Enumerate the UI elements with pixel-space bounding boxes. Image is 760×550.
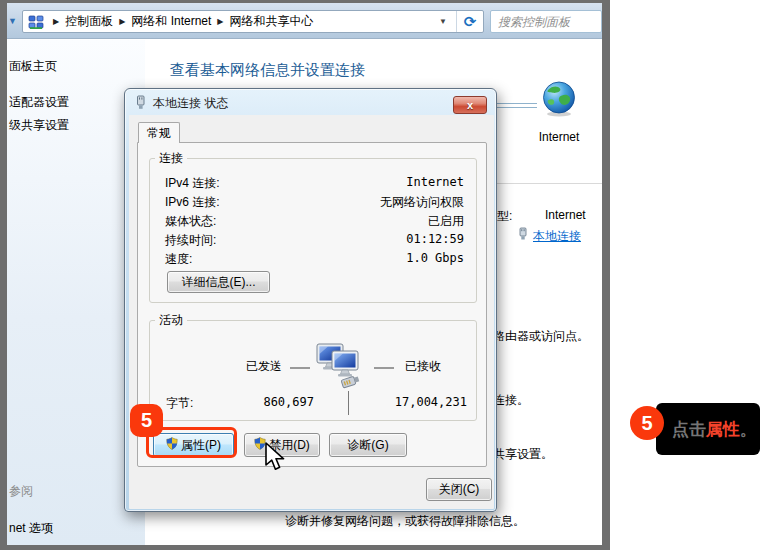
- internet-globe-icon: [540, 80, 578, 122]
- refresh-button[interactable]: ⟳: [456, 11, 483, 32]
- text-fragment-connect: 连接。: [493, 392, 529, 409]
- search-input[interactable]: [491, 11, 601, 32]
- dialog-close-button[interactable]: x: [453, 96, 487, 114]
- step-badge-on-button: 5: [130, 404, 163, 437]
- tab-general[interactable]: 常规: [138, 122, 180, 143]
- address-bar[interactable]: ▶ 控制面板 ▶ 网络和 Internet ▶ 网络和共享中心 ▼ ⟳: [22, 10, 484, 33]
- address-dropdown-icon[interactable]: ▼: [430, 17, 456, 26]
- ipv4-label: IPv4 连接:: [165, 175, 220, 192]
- breadcrumb-control-panel[interactable]: 控制面板: [65, 13, 113, 30]
- connection-group: 连接 IPv4 连接: Internet IPv6 连接: 无网络访问权限 媒体…: [149, 158, 477, 303]
- speed-label: 速度:: [165, 251, 192, 268]
- page: ▼ ▶ 控制面板 ▶ 网络和 Internet: [0, 0, 760, 550]
- page-title: 查看基本网络信息并设置连接: [170, 61, 365, 80]
- duration-value: 01:12:59: [406, 232, 464, 246]
- connection-group-label: 连接: [155, 151, 187, 165]
- received-label: 已接收: [405, 358, 441, 375]
- sidebar-see-also-heading: 参阅: [9, 483, 33, 500]
- sent-label: 已发送: [246, 358, 282, 375]
- ipv6-label: IPv6 连接:: [165, 194, 220, 211]
- connection-status-icon: [134, 95, 147, 114]
- annotation-callout: 点击属性。: [656, 403, 760, 455]
- media-state-value: 已启用: [428, 213, 464, 230]
- ipv6-value: 无网络访问权限: [380, 194, 464, 211]
- speed-value: 1.0 Gbps: [406, 251, 464, 265]
- text-fragment-troubleshoot: 诊断并修复网络问题，或获得故障排除信息。: [285, 513, 525, 530]
- details-button[interactable]: 详细信息(E)...: [167, 271, 270, 293]
- sidebar-item-internet-options[interactable]: net 选项: [9, 520, 53, 537]
- bytes-sent-value: 860,697: [230, 395, 314, 409]
- sidebar-item-control-panel-home[interactable]: 面板主页: [9, 58, 57, 75]
- media-state-label: 媒体状态:: [165, 213, 216, 230]
- dialog-title: 本地连接 状态: [153, 95, 228, 112]
- sidebar-item-advanced-sharing-settings[interactable]: 级共享设置: [9, 117, 69, 134]
- bytes-received-value: 17,004,231: [363, 395, 467, 409]
- local-area-connection-link[interactable]: 本地连接: [533, 228, 581, 245]
- bytes-divider: [348, 391, 349, 415]
- received-connector-line: [374, 367, 394, 369]
- network-places-icon: [28, 14, 44, 30]
- computers-activity-icon: [315, 343, 365, 393]
- annotation-text-highlight: 属性: [706, 418, 740, 441]
- breadcrumb-arrow-icon: ▶: [53, 17, 59, 26]
- breadcrumb-arrow-icon: ▶: [119, 17, 125, 26]
- bytes-label: 字节:: [166, 395, 193, 412]
- ipv4-value: Internet: [406, 175, 464, 189]
- activity-group: 活动 已发送: [149, 320, 477, 421]
- sidebar-item-change-adapter-settings[interactable]: 适配器设置: [9, 94, 69, 111]
- text-fragment-router: 路由器或访问点。: [493, 328, 589, 345]
- connection-plug-icon: [517, 227, 529, 245]
- annotation-text-prefix: 点击: [672, 418, 706, 441]
- access-type-value: Internet: [545, 208, 586, 222]
- activity-group-label: 活动: [155, 313, 187, 327]
- breadcrumb-arrow-icon: ▶: [217, 17, 223, 26]
- breadcrumb-network-sharing-center[interactable]: 网络和共享中心: [230, 13, 314, 30]
- access-type-label-fragment: 型:: [497, 208, 512, 225]
- network-map-connector-line: [497, 103, 537, 108]
- tab-page-general: 连接 IPv4 连接: Internet IPv6 连接: 无网络访问权限 媒体…: [137, 142, 487, 467]
- diagnose-button[interactable]: 诊断(G): [329, 433, 407, 457]
- mouse-cursor-icon: [264, 442, 287, 477]
- text-fragment-sharing: 共享设置。: [493, 446, 553, 463]
- internet-map-label: Internet: [520, 130, 598, 144]
- section-divider: [497, 183, 602, 184]
- step-badge-callout: 5: [630, 406, 664, 440]
- search-box[interactable]: [490, 10, 602, 33]
- duration-label: 持续时间:: [165, 232, 216, 249]
- annotation-text-suffix: 。: [740, 418, 757, 441]
- dialog-titlebar[interactable]: 本地连接 状态 x: [125, 89, 496, 115]
- back-dropdown-icon[interactable]: ▼: [8, 16, 17, 26]
- breadcrumb-network-internet[interactable]: 网络和 Internet: [131, 13, 211, 30]
- address-toolbar: ▼ ▶ 控制面板 ▶ 网络和 Internet: [7, 3, 602, 39]
- sent-connector-line: [290, 367, 310, 369]
- close-button[interactable]: 关闭(C): [426, 478, 492, 501]
